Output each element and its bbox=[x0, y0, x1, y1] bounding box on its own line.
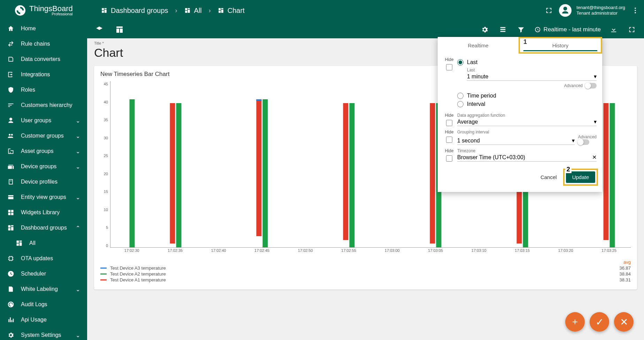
x-tick: 17:03:10 bbox=[472, 248, 486, 253]
filter-icon[interactable] bbox=[516, 24, 526, 35]
sidebar-item-label: Rule chains bbox=[21, 41, 50, 47]
sidebar-item-audit-logs[interactable]: Audit Logs bbox=[0, 297, 87, 312]
sidebar-item-all[interactable]: All bbox=[0, 235, 87, 251]
legend-label: Test Device A3 temperature bbox=[110, 265, 166, 271]
sidebar-item-user-groups[interactable]: User groups⌄ bbox=[0, 113, 87, 128]
x-axis: 17:02:3017:02:3517:02:4017:02:4517:02:50… bbox=[110, 248, 631, 255]
breadcrumb-item[interactable]: Chart bbox=[218, 7, 245, 15]
dashboards-icon bbox=[15, 240, 23, 247]
sidebar-item-entity-view-groups[interactable]: Entity view groups⌄ bbox=[0, 190, 87, 205]
hide-label: Hide bbox=[445, 57, 454, 62]
last-select[interactable]: 1 minute▾ bbox=[467, 72, 597, 81]
x-tick: 17:02:40 bbox=[211, 248, 226, 253]
bar-group bbox=[130, 99, 135, 247]
legend-avg: 38.31 bbox=[619, 277, 631, 283]
timewindow-button[interactable]: Realtime - last minute bbox=[534, 26, 601, 33]
sidebar-item-device-groups[interactable]: Device groups⌄ bbox=[0, 159, 87, 174]
sidebar-item-data-converters[interactable]: Data converters bbox=[0, 52, 87, 67]
x-tick: 17:02:30 bbox=[124, 248, 139, 253]
sidebar-item-label: White Labeling bbox=[21, 286, 58, 292]
close-fab[interactable]: ✕ bbox=[614, 312, 634, 332]
bar-group bbox=[170, 103, 181, 247]
breadcrumb-item[interactable]: All bbox=[184, 7, 202, 15]
chevron-down-icon: ⌄ bbox=[76, 117, 80, 124]
tab-history[interactable]: 1 History bbox=[519, 37, 602, 54]
sidebar-item-widgets-library[interactable]: Widgets Library bbox=[0, 205, 87, 220]
sidebar-item-home[interactable]: Home bbox=[0, 21, 87, 36]
layouts-icon[interactable] bbox=[114, 24, 125, 35]
radio-last[interactable]: Last bbox=[457, 59, 597, 65]
home-icon bbox=[7, 25, 15, 32]
fullscreen-icon[interactable] bbox=[627, 24, 637, 35]
more-vert-icon[interactable] bbox=[630, 5, 641, 16]
layers-icon[interactable] bbox=[94, 24, 105, 35]
grp-field-label: Grouping interval bbox=[457, 130, 597, 134]
dropdown-icon: ▾ bbox=[594, 118, 597, 125]
x-tick: 17:02:45 bbox=[254, 248, 269, 253]
brand-name: ThingsBoard bbox=[29, 5, 73, 13]
avatar[interactable] bbox=[559, 4, 572, 17]
swap-icon bbox=[7, 40, 15, 47]
sort-icon bbox=[7, 102, 15, 109]
sidebar-item-label: User groups bbox=[21, 117, 51, 124]
sidebar-item-customer-groups[interactable]: Customer groups⌄ bbox=[0, 128, 87, 144]
view-icon bbox=[7, 194, 15, 201]
gear-icon[interactable] bbox=[480, 24, 490, 35]
hide-label: Hide bbox=[445, 130, 454, 134]
last-field-label: Last bbox=[467, 68, 597, 72]
sidebar-item-dashboard-groups[interactable]: Dashboard groups⌃ bbox=[0, 220, 87, 235]
sidebar-item-rule-chains[interactable]: Rule chains bbox=[0, 36, 87, 52]
sidebar-item-label: Audit Logs bbox=[21, 301, 47, 308]
legend: avgTest Device A3 temperature36.87Test D… bbox=[100, 260, 631, 283]
sidebar-item-white-labeling[interactable]: White Labeling⌄ bbox=[0, 281, 87, 297]
y-axis: 454035302520151050 bbox=[100, 81, 110, 255]
agg-select[interactable]: Average▾ bbox=[457, 118, 597, 126]
legend-item[interactable]: Test Device A3 temperature36.87 bbox=[100, 265, 631, 271]
sidebar-item-label: Dashboard groups bbox=[21, 225, 67, 231]
sidebar-item-customers-hierarchy[interactable]: Customers hierarchy bbox=[0, 98, 87, 113]
timewindow-panel: Realtime 1 History Hide Last Last 1 minu… bbox=[438, 37, 602, 192]
sidebar-item-integrations[interactable]: Integrations bbox=[0, 67, 87, 82]
sidebar-item-roles[interactable]: Roles bbox=[0, 82, 87, 98]
input-icon bbox=[7, 71, 15, 78]
close-icon[interactable]: ✕ bbox=[592, 154, 597, 161]
schedule-icon bbox=[7, 270, 15, 277]
grp-select[interactable]: 1 second▾ bbox=[457, 137, 575, 145]
entity-aliases-icon[interactable] bbox=[498, 24, 508, 35]
breadcrumb-item[interactable]: Dashboard groups bbox=[101, 7, 168, 15]
tz-select[interactable]: Browser Time (UTC+03:00)✕ bbox=[457, 153, 597, 162]
advanced-label: Advanced bbox=[564, 83, 583, 88]
svg-point-0 bbox=[635, 8, 636, 9]
sidebar-item-label: System Settings bbox=[21, 332, 61, 338]
sidebar-item-device-profiles[interactable]: Device profiles bbox=[0, 174, 87, 190]
hide-tz-checkbox[interactable] bbox=[446, 155, 452, 162]
hide-history-checkbox[interactable] bbox=[446, 64, 452, 70]
sidebar-item-label: Api Usage bbox=[21, 317, 47, 323]
hide-grp-checkbox[interactable] bbox=[446, 137, 452, 143]
apply-fab[interactable]: ✓ bbox=[590, 312, 609, 332]
sidebar-item-asset-groups[interactable]: Asset groups⌄ bbox=[0, 144, 87, 159]
sidebar-item-label: Data converters bbox=[21, 56, 60, 62]
sidebar-item-system-settings[interactable]: System Settings⌄ bbox=[0, 327, 87, 340]
advanced-toggle[interactable] bbox=[585, 83, 597, 88]
advanced-toggle[interactable] bbox=[578, 139, 589, 145]
radio-period[interactable]: Time period bbox=[457, 93, 597, 99]
brand-logo[interactable]: ThingsBoard Professional bbox=[3, 4, 91, 17]
barchart-icon bbox=[7, 316, 15, 323]
fullscreen-icon[interactable] bbox=[544, 5, 554, 16]
sidebar-item-label: All bbox=[29, 240, 36, 246]
legend-item[interactable]: Test Device A1 temperature38.31 bbox=[100, 277, 631, 283]
sidebar-item-label: Entity view groups bbox=[21, 194, 66, 200]
download-icon[interactable] bbox=[608, 24, 619, 35]
tab-realtime[interactable]: Realtime bbox=[438, 37, 519, 54]
hide-agg-checkbox[interactable] bbox=[446, 120, 452, 126]
bar-group bbox=[603, 103, 615, 247]
radio-interval[interactable]: Interval bbox=[457, 101, 597, 107]
sidebar-item-api-usage[interactable]: Api Usage bbox=[0, 312, 87, 327]
legend-item[interactable]: Test Device A2 temperature38.84 bbox=[100, 271, 631, 277]
sidebar-item-scheduler[interactable]: Scheduler bbox=[0, 266, 87, 281]
sidebar-item-ota-updates[interactable]: OTA updates bbox=[0, 251, 87, 266]
add-fab[interactable]: + bbox=[565, 312, 585, 332]
cancel-button[interactable]: Cancel bbox=[540, 174, 557, 180]
legend-avg: 38.84 bbox=[619, 271, 631, 277]
